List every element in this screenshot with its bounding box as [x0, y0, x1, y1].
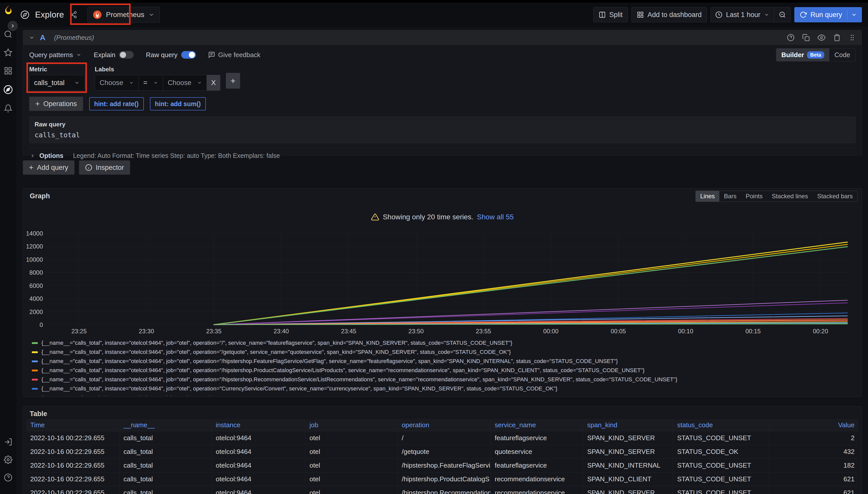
cell-status-code: STATUS_CODE_UNSET — [673, 486, 769, 494]
svg-text:23:45: 23:45 — [341, 328, 356, 335]
remove-label-filter-button[interactable]: X — [206, 75, 220, 91]
legend-label: {__name__="calls_total", instance="otelc… — [41, 376, 677, 383]
legend-item[interactable]: {__name__="calls_total", instance="otelc… — [32, 384, 858, 393]
page-title: Explore — [35, 10, 64, 20]
explore-compass-icon[interactable] — [3, 85, 13, 94]
column-header-servicename[interactable]: service_name — [491, 419, 583, 431]
column-header-statuscode[interactable]: status_code — [673, 419, 769, 431]
delete-query-trash-icon[interactable] — [833, 34, 841, 41]
cell-job: otel — [305, 472, 398, 486]
sign-in-icon[interactable] — [4, 438, 13, 446]
legend-item[interactable]: {__name__="calls_total", instance="otelc… — [32, 347, 858, 357]
cell-instance: otelcol:9464 — [212, 472, 305, 486]
svg-text:6000: 6000 — [30, 282, 43, 289]
split-button[interactable]: Split — [593, 7, 628, 22]
duplicate-query-icon[interactable] — [802, 34, 810, 41]
chevron-right-icon — [30, 153, 35, 159]
column-header-instance[interactable]: instance — [212, 419, 305, 431]
label-key-placeholder: Choose — [100, 79, 123, 87]
legend-item[interactable]: {__name__="calls_total", instance="otelc… — [32, 338, 858, 347]
sidebar-expand-button[interactable] — [7, 21, 18, 31]
prometheus-logo-icon — [93, 10, 102, 19]
cell-service-name: featureflagservice — [491, 431, 583, 445]
label-key-select[interactable]: Choose — [95, 75, 139, 91]
legend-item[interactable]: {__name__="calls_total", instance="otelc… — [32, 393, 858, 396]
label-value-select[interactable]: Choose — [163, 75, 206, 91]
options-label: Options — [39, 152, 63, 159]
query-patterns-dropdown[interactable]: Query patterns — [29, 51, 82, 59]
help-icon[interactable] — [4, 473, 13, 482]
legend-item[interactable]: {__name__="calls_total", instance="otelc… — [32, 366, 858, 375]
collapse-chevron-icon[interactable] — [29, 35, 35, 41]
query-datasource-hint: (Prometheus) — [54, 34, 94, 42]
grafana-logo[interactable] — [2, 4, 14, 16]
chevron-down-icon — [764, 12, 770, 18]
cell-name: calls_total — [120, 445, 212, 458]
give-feedback-link[interactable]: Give feedback — [208, 51, 260, 59]
options-collapser[interactable]: Options Legend: Auto Format: Time series… — [29, 148, 855, 159]
operations-button[interactable]: + Operations — [29, 97, 83, 111]
svg-text:10000: 10000 — [26, 256, 43, 263]
disable-query-eye-icon[interactable] — [817, 34, 826, 42]
legend-label: {__name__="calls_total", instance="otelc… — [41, 358, 618, 364]
explain-toggle[interactable] — [119, 51, 134, 59]
chevron-down-icon — [197, 80, 202, 85]
column-header-spankind[interactable]: span_kind — [583, 419, 673, 431]
alerting-bell-icon[interactable] — [4, 104, 13, 113]
legend-item[interactable]: {__name__="calls_total", instance="otelc… — [32, 357, 858, 366]
zoom-out-time-button[interactable] — [774, 7, 791, 22]
code-label: Code — [834, 51, 850, 59]
legend-label: {__name__="calls_total", instance="otelc… — [41, 349, 511, 355]
time-range-button[interactable]: Last 1 hour — [711, 7, 774, 22]
drag-handle-icon[interactable] — [848, 34, 856, 41]
time-series-chart[interactable]: 0200040006000800010000120001400023:2523:… — [23, 189, 862, 337]
chevron-down-icon — [129, 80, 134, 85]
column-header-operation[interactable]: operation — [398, 419, 491, 431]
query-help-icon[interactable] — [787, 34, 795, 41]
hint-add-rate-button[interactable]: hint: add rate() — [89, 97, 144, 110]
cell-time: 2022-10-16 00:22:29.655 — [26, 459, 120, 472]
cell-service-name: quoteservice — [491, 445, 583, 458]
table-row: 2022-10-16 00:22:29.655 calls_total otel… — [26, 431, 858, 445]
cell-value: 182 — [769, 459, 858, 472]
cell-status-code: STATUS_CODE_UNSET — [673, 459, 769, 472]
cell-span-kind: SPAN_KIND_INTERNAL — [583, 459, 673, 472]
search-icon[interactable] — [4, 30, 13, 39]
code-mode-button[interactable]: Code — [829, 49, 855, 61]
column-header-value[interactable]: Value — [769, 419, 858, 431]
column-header-name[interactable]: __name__ — [120, 419, 212, 431]
cell-service-name: recommendationservice — [491, 486, 583, 494]
hint-add-sum-button[interactable]: hint: add sum() — [150, 97, 206, 110]
run-query-button[interactable]: Run query — [794, 7, 862, 22]
column-header-time[interactable]: Time — [26, 419, 120, 431]
cell-value: 621 — [769, 472, 858, 486]
left-sidebar — [0, 2, 16, 494]
query-row-header[interactable]: A (Prometheus) — [23, 30, 862, 45]
give-feedback-label: Give feedback — [218, 51, 260, 59]
metric-select[interactable]: calls_total — [29, 75, 85, 91]
run-query-dropdown-chevron[interactable] — [847, 10, 859, 20]
cell-span-kind: SPAN_KIND_SERVER — [583, 431, 673, 445]
chevron-down-icon — [76, 52, 82, 58]
starred-icon[interactable] — [4, 48, 13, 57]
add-to-dashboard-button[interactable]: Add to dashboard — [631, 7, 707, 22]
raw-query-title: Raw query — [35, 121, 850, 128]
builder-mode-button[interactable]: Builder Beta — [776, 49, 829, 61]
chevron-down-icon — [153, 80, 158, 85]
inspector-button[interactable]: Inspector — [79, 160, 130, 175]
share-icon[interactable] — [70, 11, 77, 19]
label-operator-select[interactable]: = — [139, 75, 163, 91]
dashboards-icon[interactable] — [4, 66, 13, 75]
query-ref-id: A — [40, 33, 46, 42]
table-row: 2022-10-16 00:22:29.655 calls_total otel… — [26, 486, 858, 494]
column-header-job[interactable]: job — [305, 419, 398, 431]
query-editor-card: A (Prometheus) Query patterns — [23, 30, 862, 155]
add-query-button[interactable]: + Add query — [23, 160, 74, 175]
datasource-picker[interactable]: Prometheus — [87, 7, 160, 23]
settings-gear-icon[interactable] — [4, 455, 13, 464]
add-label-filter-button[interactable]: + — [226, 73, 240, 89]
legend-item[interactable]: {__name__="calls_total", instance="otelc… — [32, 375, 858, 384]
raw-query-toggle[interactable] — [181, 51, 196, 59]
chevron-down-icon — [148, 12, 155, 18]
legend-color-swatch — [32, 369, 38, 372]
